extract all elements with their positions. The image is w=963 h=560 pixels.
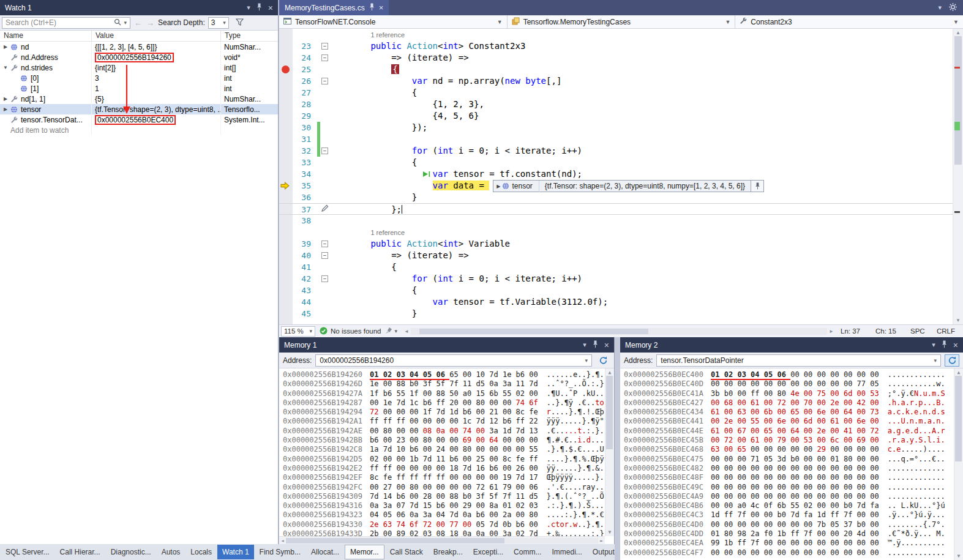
code-editor[interactable]: 1 reference23−public Action<int> Constan…: [279, 29, 963, 324]
member-dropdown[interactable]: Constant2x3 ▼: [735, 15, 963, 28]
bottom-tab-locals[interactable]: Locals: [185, 545, 217, 559]
chevron-down-icon[interactable]: ▾: [585, 357, 588, 364]
bottom-tab-comm[interactable]: Comm...: [509, 545, 546, 559]
fold-collapse-icon[interactable]: −: [321, 275, 328, 282]
scrollbar-thumb[interactable]: [606, 376, 613, 449]
code-line[interactable]: 41{: [279, 261, 963, 273]
status-column[interactable]: Ch: 15: [875, 327, 906, 335]
breakpoint-margin[interactable]: [279, 215, 293, 226]
scroll-up-icon[interactable]: ▲: [605, 370, 614, 375]
watch-titlebar[interactable]: Watch 1 ▾ ×: [0, 0, 278, 15]
project-dropdown[interactable]: TensorFlowNET.Console ▼: [279, 15, 508, 28]
scroll-right-icon[interactable]: ►: [600, 538, 603, 543]
watch-row[interactable]: ▶tensor{tf.Tensor: shape=(2, 3), dtype=u…: [0, 104, 278, 114]
forward-arrow-icon[interactable]: →: [146, 18, 155, 28]
fold-margin[interactable]: [320, 192, 329, 203]
code-line[interactable]: 26−var nd = np.array(new byte[,]: [279, 75, 963, 87]
code-line[interactable]: 30});: [279, 122, 963, 133]
fold-margin[interactable]: [320, 204, 329, 214]
breakpoint-margin[interactable]: [279, 192, 293, 203]
breakpoint-margin[interactable]: [279, 110, 293, 122]
watch-row[interactable]: [1]1int: [0, 83, 278, 94]
code-line[interactable]: 23−public Action<int> Constant2x3: [279, 40, 963, 52]
pin-icon[interactable]: [257, 3, 262, 12]
breakpoint-margin[interactable]: [279, 133, 293, 145]
search-input[interactable]: Search (Ctrl+E) ▾: [2, 17, 130, 29]
column-header-type[interactable]: Type: [221, 31, 278, 41]
column-header-name[interactable]: Name: [0, 31, 92, 41]
status-line-ending[interactable]: CRLF: [937, 327, 961, 335]
scrollbar-thumb[interactable]: [286, 538, 504, 543]
fold-margin[interactable]: [320, 168, 329, 180]
watch-row[interactable]: [0]3int: [0, 73, 278, 83]
expander-collapsed-icon[interactable]: ▶: [2, 96, 9, 102]
editor-vertical-scrollbar[interactable]: ▲ ▼: [953, 29, 963, 324]
code-line[interactable]: 29{4, 5, 6}: [279, 110, 963, 122]
scroll-right-icon[interactable]: ►: [829, 329, 834, 334]
code-line[interactable]: 35var data = ▶tensor{tf.Tensor: shape=(2…: [279, 180, 963, 192]
refresh-icon[interactable]: [596, 354, 610, 367]
code-line[interactable]: 42−for (int i = 0; i < iterate; i++): [279, 273, 963, 285]
fold-margin[interactable]: −: [320, 238, 329, 250]
code-health-indicator[interactable]: No issues found: [320, 327, 381, 336]
breakpoint-margin[interactable]: [279, 226, 293, 238]
codelens-references[interactable]: 1 reference: [370, 229, 405, 236]
memory1-address-input[interactable]: 0x000002556B194260 ▾: [315, 354, 592, 367]
bottom-tab-immedi[interactable]: Immedi...: [547, 545, 586, 559]
bottom-tab-diagnostic[interactable]: Diagnostic...: [106, 545, 156, 559]
expander-collapsed-icon[interactable]: ▶: [2, 44, 9, 50]
codelens-line[interactable]: 1 reference: [279, 29, 963, 40]
watch-row[interactable]: nd.Address0x000002556B194260void*: [0, 52, 278, 62]
breakpoint-margin[interactable]: [279, 52, 293, 64]
memory2-address-input[interactable]: tensor.TensorDataPointer ▾: [656, 354, 941, 367]
scroll-left-icon[interactable]: ◄: [404, 329, 409, 334]
breakpoint-margin[interactable]: [279, 75, 293, 87]
bottom-tab-watch-1[interactable]: Watch 1: [217, 545, 254, 559]
code-cleanup-button[interactable]: ▾: [385, 327, 397, 335]
scroll-left-icon[interactable]: ◄: [281, 538, 284, 543]
breakpoint-margin[interactable]: [279, 122, 293, 133]
status-line[interactable]: Ln: 37: [841, 327, 871, 335]
filter-icon[interactable]: [236, 18, 244, 28]
back-arrow-icon[interactable]: ←: [133, 18, 143, 28]
close-icon[interactable]: ×: [953, 341, 958, 349]
column-header-value[interactable]: Value: [92, 31, 221, 41]
scroll-down-icon[interactable]: ▼: [605, 529, 614, 535]
expander-collapsed-icon[interactable]: ▶: [493, 181, 502, 192]
fold-margin[interactable]: [320, 296, 329, 308]
breakpoint-margin[interactable]: [279, 296, 293, 308]
bottom-tab-allocat[interactable]: Allocat...: [306, 545, 344, 559]
bottom-tab-call-hierar[interactable]: Call Hierar...: [55, 545, 105, 559]
fold-collapse-icon[interactable]: −: [321, 252, 328, 259]
close-icon[interactable]: ×: [604, 341, 609, 349]
fold-margin[interactable]: −: [320, 145, 329, 157]
status-insert-mode[interactable]: SPC: [910, 327, 932, 335]
fold-margin[interactable]: [320, 122, 329, 133]
fold-margin[interactable]: [320, 308, 329, 319]
scroll-up-icon[interactable]: ▲: [953, 30, 963, 35]
breakpoint-margin[interactable]: [279, 273, 293, 285]
fold-margin[interactable]: −: [320, 40, 329, 52]
editor-horizontal-scrollbar[interactable]: ◄ ►: [404, 327, 834, 335]
scrollbar-thumb[interactable]: [954, 36, 962, 165]
codelens-references[interactable]: 1 reference: [370, 31, 405, 39]
code-line[interactable]: 25{: [279, 64, 963, 75]
memory1-body[interactable]: 0x000002556B19426001 02 03 04 05 06 65 0…: [279, 368, 614, 544]
watch-value-cell[interactable]: 0x000002556B194260: [92, 52, 221, 62]
watch-value-cell[interactable]: {int[2]}: [92, 62, 221, 73]
code-line[interactable]: 24−=> (iterate) =>: [279, 52, 963, 64]
fold-margin[interactable]: [320, 133, 329, 145]
breakpoint-margin[interactable]: [279, 250, 293, 261]
breakpoint-margin[interactable]: [279, 157, 293, 168]
fold-margin[interactable]: [320, 29, 329, 40]
breakpoint-margin[interactable]: [279, 168, 293, 180]
code-line[interactable]: 28{1, 2, 3},: [279, 99, 963, 110]
fold-margin[interactable]: [320, 215, 329, 226]
watch-row[interactable]: ▶nd[1, 1]{5}NumShar...: [0, 94, 278, 104]
fold-margin[interactable]: −: [320, 52, 329, 64]
fold-margin[interactable]: [320, 87, 329, 99]
chevron-down-icon[interactable]: ▾: [934, 357, 937, 364]
watch-value-cell[interactable]: [92, 125, 221, 135]
close-icon[interactable]: ×: [379, 3, 384, 12]
bottom-tab-breakp[interactable]: Breakp...: [429, 545, 468, 559]
